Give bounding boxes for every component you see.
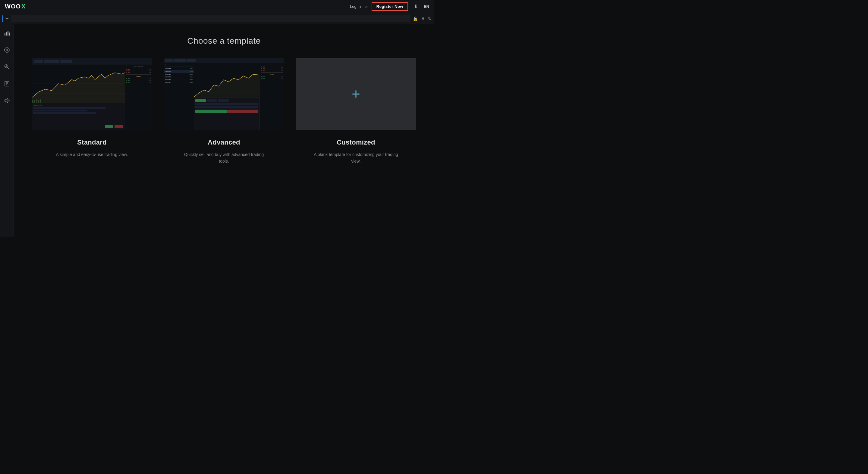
svg-rect-0 — [4, 33, 5, 36]
tabbar-right-icons: 🔒 🖥 ↻ — [412, 16, 432, 21]
svg-rect-3 — [9, 33, 10, 36]
template-desc-advanced: Quickly sell and buy with advanced tradi… — [179, 151, 269, 165]
svg-rect-21 — [32, 100, 33, 103]
topnav-right: Log In or Register Now ⬇ EN — [350, 2, 429, 11]
customized-plus-icon: + — [352, 87, 360, 101]
logo[interactable]: WOOX — [5, 3, 26, 10]
sidebar — [0, 24, 14, 237]
template-name-standard: Standard — [77, 138, 107, 146]
language-selector[interactable]: EN — [424, 4, 429, 9]
screen-icon[interactable]: 🖥 — [421, 16, 425, 21]
book-icon — [4, 81, 10, 87]
template-card-customized[interactable]: + Customized A blank template for custom… — [296, 58, 416, 165]
svg-line-14 — [9, 99, 9, 100]
svg-marker-20 — [32, 73, 125, 103]
app-layout: Choose a template — [0, 24, 434, 237]
template-desc-standard: A simple and easy-to-use trading view. — [56, 151, 128, 158]
svg-rect-25 — [40, 99, 41, 103]
chart-icon — [4, 30, 10, 36]
announce-icon — [4, 98, 10, 104]
sidebar-item-announcements[interactable] — [1, 95, 12, 106]
main-content: Choose a template — [14, 24, 434, 237]
lock-icon: 🔒 — [412, 16, 418, 21]
template-preview-advanced: Markets BTC/USDT+2.1% ETH/USDT-0.5% SOL/… — [164, 58, 284, 130]
svg-point-4 — [4, 47, 9, 53]
page-title: Choose a template — [187, 36, 261, 46]
svg-rect-22 — [34, 100, 35, 103]
sidebar-item-market[interactable] — [1, 44, 12, 56]
template-name-customized: Customized — [337, 138, 375, 146]
login-link[interactable]: Log In — [350, 4, 361, 9]
url-input[interactable] — [11, 15, 410, 22]
svg-rect-24 — [38, 100, 39, 103]
svg-point-5 — [6, 49, 8, 51]
svg-line-7 — [7, 68, 9, 69]
templates-grid: ORDER BOOK 34,5210.12 34,5100.23 34,4980… — [32, 58, 416, 165]
template-preview-standard: ORDER BOOK 34,5210.12 34,5100.23 34,4980… — [32, 58, 152, 130]
template-card-advanced[interactable]: Markets BTC/USDT+2.1% ETH/USDT-0.5% SOL/… — [164, 58, 284, 165]
logo-x: X — [22, 3, 26, 10]
svg-rect-2 — [7, 31, 8, 36]
template-card-standard[interactable]: ORDER BOOK 34,5210.12 34,5100.23 34,4980… — [32, 58, 152, 165]
sidebar-item-book[interactable] — [1, 78, 12, 89]
svg-rect-23 — [36, 99, 37, 103]
logo-woo: WOO — [5, 3, 21, 10]
reload-icon[interactable]: ↻ — [428, 16, 432, 21]
svg-rect-10 — [5, 81, 9, 86]
template-desc-customized: A blank template for customizing your tr… — [311, 151, 401, 165]
sidebar-item-search[interactable] — [1, 61, 12, 72]
svg-line-16 — [9, 101, 9, 102]
download-icon-button[interactable]: ⬇ — [412, 2, 420, 11]
sidebar-item-chart[interactable] — [1, 28, 12, 39]
svg-rect-1 — [6, 32, 7, 36]
top-navigation: WOOX Log In or Register Now ⬇ EN — [0, 0, 434, 13]
market-icon — [4, 47, 10, 53]
register-now-button[interactable]: Register Now — [372, 2, 408, 11]
search-icon — [4, 64, 10, 70]
tab-bar: + 🔒 🖥 ↻ — [0, 13, 434, 24]
download-icon: ⬇ — [414, 4, 418, 9]
template-name-advanced: Advanced — [208, 138, 240, 146]
or-label: or — [364, 4, 368, 9]
template-preview-customized: + — [296, 58, 416, 130]
topnav-left: WOOX — [5, 3, 26, 10]
new-tab-button[interactable]: + — [5, 16, 9, 22]
tab-divider — [2, 15, 3, 22]
